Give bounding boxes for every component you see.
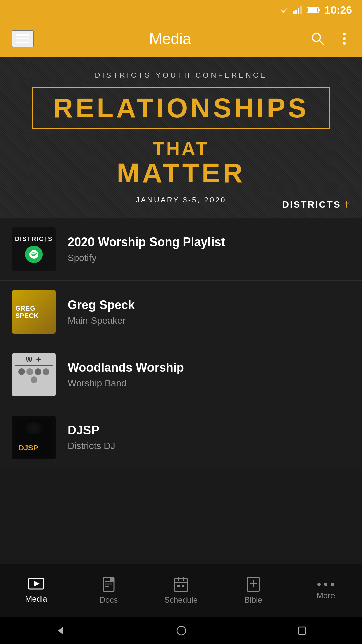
nav-item-more[interactable]: More (290, 578, 362, 604)
greg-thumbnail: GREGSPECK (12, 290, 56, 334)
svg-line-8 (319, 40, 324, 45)
signal-icon (293, 6, 303, 14)
page-title: Media (34, 30, 307, 48)
search-button[interactable] (307, 28, 328, 49)
recents-button[interactable] (292, 621, 312, 641)
media-item-subtitle: Worship Band (68, 378, 350, 389)
woodlands-thumbnail: W ✦ (12, 353, 56, 396)
svg-rect-25 (182, 585, 184, 587)
spotify-icon (25, 246, 43, 263)
status-icons: 10:26 (278, 4, 352, 16)
battery-icon (307, 6, 320, 14)
more-nav-icon (317, 581, 335, 588)
schedule-nav-label: Schedule (164, 595, 198, 605)
svg-marker-13 (34, 581, 40, 586)
search-icon (310, 31, 325, 46)
more-nav-label: More (317, 591, 335, 600)
media-nav-icon (28, 578, 44, 591)
media-item[interactable]: DISTRIC†S 2020 Worship Song Playlist Spo… (0, 218, 362, 281)
media-item-subtitle: Districts DJ (68, 441, 350, 451)
hero-banner: Districts Youth Conference RELATIONSHIPS… (0, 57, 362, 218)
hamburger-line (16, 38, 29, 39)
djsp-thumbnail: DJSP (12, 416, 56, 459)
svg-point-11 (343, 42, 346, 45)
media-item[interactable]: DJSP DJSP Districts DJ (0, 406, 362, 469)
bible-nav-label: Bible (244, 595, 262, 605)
hero-theme-that: THAT (117, 138, 245, 159)
nav-item-media[interactable]: Media (0, 574, 72, 607)
media-info: 2020 Worship Song Playlist Spotify (68, 235, 350, 263)
docs-nav-icon (102, 577, 115, 592)
svg-rect-1 (295, 10, 297, 14)
media-info: Woodlands Worship Worship Band (68, 361, 350, 389)
svg-rect-24 (177, 585, 180, 587)
home-button[interactable] (171, 620, 192, 641)
media-item[interactable]: W ✦ Woodlands Worship Worship Band (0, 343, 362, 406)
bottom-nav: Media Docs Sched (0, 564, 362, 617)
svg-rect-19 (110, 577, 114, 581)
overflow-menu-button[interactable] (339, 28, 350, 49)
svg-rect-0 (293, 11, 295, 14)
media-thumbnail: GREGSPECK (12, 290, 56, 334)
media-nav-label: Media (25, 594, 47, 604)
media-item-subtitle: Main Speaker (68, 315, 350, 326)
hamburger-line (16, 34, 29, 36)
hero-event-name: Districts Youth Conference (95, 71, 267, 80)
hamburger-line (16, 42, 29, 43)
svg-rect-5 (318, 9, 320, 11)
nav-item-bible[interactable]: Bible (217, 573, 290, 608)
svg-point-10 (343, 37, 346, 40)
svg-rect-20 (174, 579, 188, 591)
media-item-title: Greg Speck (68, 298, 350, 312)
svg-point-9 (343, 33, 346, 35)
media-thumbnail: W ✦ (12, 353, 56, 396)
media-list: DISTRIC†S 2020 Worship Song Playlist Spo… (0, 218, 362, 469)
svg-point-29 (317, 583, 321, 586)
toolbar: Media (0, 20, 362, 57)
schedule-nav-icon (174, 577, 188, 592)
bible-nav-icon (247, 577, 260, 592)
docs-nav-label: Docs (100, 595, 118, 605)
svg-rect-2 (298, 8, 299, 14)
spotify-thumbnail: DISTRIC†S (12, 227, 56, 271)
nav-item-schedule[interactable]: Schedule (145, 573, 217, 608)
svg-rect-3 (300, 6, 302, 14)
media-thumbnail: DISTRIC†S (12, 227, 56, 271)
status-bar: 10:26 (0, 0, 362, 20)
svg-point-30 (324, 583, 327, 586)
vertical-dots-icon (342, 31, 347, 46)
hero-date: January 3-5, 2020 (136, 196, 226, 204)
nav-item-docs[interactable]: Docs (72, 573, 145, 608)
hero-theme-matter: MATTER (117, 159, 245, 187)
svg-point-33 (177, 626, 186, 635)
media-info: DJSP Districts DJ (68, 423, 350, 451)
media-item[interactable]: GREGSPECK Greg Speck Main Speaker (0, 281, 362, 343)
media-info: Greg Speck Main Speaker (68, 298, 350, 326)
wifi-icon (278, 6, 289, 14)
system-nav-bar (0, 617, 362, 644)
svg-rect-34 (298, 627, 306, 634)
media-item-title: DJSP (68, 423, 350, 437)
media-item-title: Woodlands Worship (68, 361, 350, 375)
svg-rect-6 (308, 8, 317, 12)
hero-content: Districts Youth Conference RELATIONSHIPS… (32, 71, 330, 204)
media-item-subtitle: Spotify (68, 253, 350, 263)
back-button[interactable] (50, 620, 71, 641)
menu-button[interactable] (12, 30, 34, 47)
media-item-title: 2020 Worship Song Playlist (68, 235, 350, 249)
svg-point-31 (331, 583, 334, 586)
toolbar-actions (307, 28, 350, 49)
districts-label: DISTRIC†S (15, 236, 53, 243)
svg-marker-32 (58, 627, 63, 634)
status-time: 10:26 (324, 4, 352, 16)
media-thumbnail: DJSP (12, 416, 56, 459)
